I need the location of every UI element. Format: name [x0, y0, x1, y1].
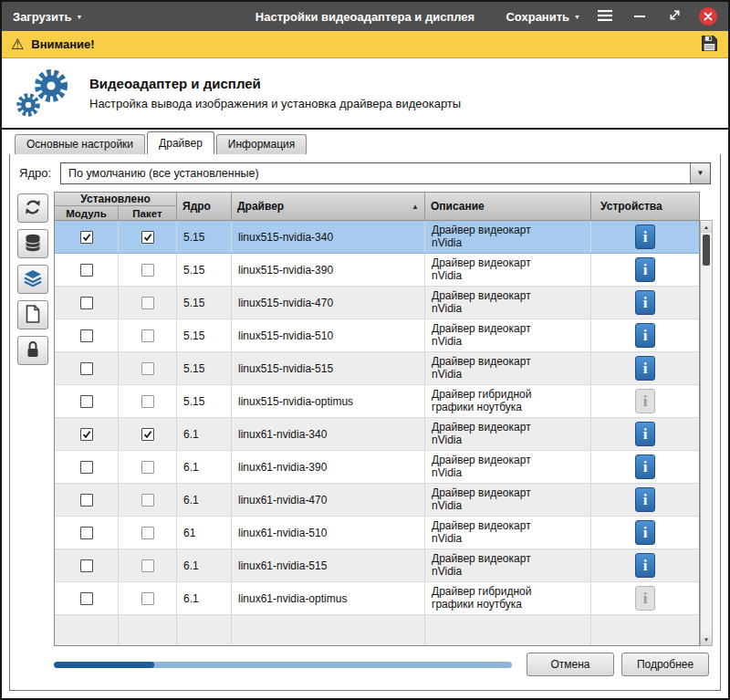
minimize-button[interactable]	[630, 6, 650, 26]
header-devices[interactable]: Устройства	[591, 193, 699, 220]
database-button[interactable]	[17, 229, 48, 258]
tab-driver[interactable]: Драйвер	[147, 131, 214, 154]
device-info-button[interactable]: i	[635, 520, 655, 545]
driver-description: Драйвер видеокартnVidia	[425, 451, 591, 483]
lock-button[interactable]	[17, 336, 48, 365]
log-button[interactable]	[17, 300, 48, 329]
save-settings-button[interactable]	[700, 34, 719, 56]
table-row[interactable]: 6.1linux61-nvidia-optimusДрайвер гибридн…	[55, 582, 699, 615]
module-checkbox[interactable]	[80, 297, 93, 309]
kernel-cell: 5.15	[177, 385, 232, 417]
save-button-label: Сохранить	[506, 10, 569, 24]
driver-description: Драйвер видеокартnVidia	[425, 287, 591, 319]
kernel-combobox[interactable]: По умолчанию (все установленные) ▼	[60, 162, 711, 184]
module-checkbox[interactable]	[80, 362, 93, 375]
kernel-cell: 6.1	[177, 451, 232, 483]
package-checkbox[interactable]	[141, 264, 154, 277]
module-cell	[55, 254, 119, 286]
close-button[interactable]	[699, 7, 717, 26]
table-row[interactable]: 5.15linux515-nvidia-390Драйвер видеокарт…	[55, 254, 699, 287]
menu-button[interactable]	[595, 6, 615, 26]
devices-cell: i	[591, 484, 699, 516]
module-checkbox[interactable]	[80, 494, 93, 507]
driver-description: Драйвер видеокартnVidia	[425, 352, 591, 384]
package-cell	[119, 319, 177, 351]
load-button[interactable]: Загрузить ▼	[13, 10, 82, 24]
package-checkbox[interactable]	[141, 461, 154, 474]
table-row[interactable]: 5.15linux515-nvidia-optimusДрайвер гибри…	[55, 385, 699, 418]
table-row[interactable]: 6.1linux61-nvidia-390Драйвер видеокартnV…	[55, 451, 699, 484]
module-checkbox[interactable]	[80, 559, 93, 572]
header-package[interactable]: Пакет	[119, 206, 177, 220]
kernel-combobox-arrow[interactable]: ▼	[690, 163, 710, 183]
module-checkbox[interactable]	[80, 231, 93, 244]
module-checkbox[interactable]	[80, 329, 93, 342]
refresh-button[interactable]	[17, 193, 48, 223]
maximize-button[interactable]	[664, 6, 684, 26]
package-checkbox[interactable]	[141, 559, 154, 572]
device-info-button: i	[635, 586, 655, 611]
table-row[interactable]: 5.15linux515-nvidia-515Драйвер видеокарт…	[55, 352, 699, 385]
table-row[interactable]: 61linux61-nvidia-510Драйвер видеокартnVi…	[55, 517, 699, 549]
devices-cell: i	[591, 418, 699, 450]
driver-description: Драйвер гибриднойграфики ноутбука	[425, 582, 591, 614]
device-info-button: i	[635, 389, 655, 413]
header-installed[interactable]: Установлено	[55, 193, 177, 206]
module-checkbox[interactable]	[80, 395, 93, 408]
package-checkbox[interactable]	[141, 494, 154, 507]
page-title: Видеоадаптер и дисплей	[89, 76, 461, 91]
package-checkbox[interactable]	[141, 592, 154, 605]
device-info-button[interactable]: i	[635, 553, 655, 578]
table-row[interactable]: 5.15linux515-nvidia-340Драйвер видеокарт…	[55, 221, 699, 254]
header-description[interactable]: Описание	[425, 193, 591, 220]
table-row[interactable]: 6.1linux61-nvidia-340Драйвер видеокартnV…	[55, 418, 699, 451]
module-checkbox[interactable]	[80, 264, 93, 277]
header-module[interactable]: Модуль	[55, 206, 119, 220]
device-info-button[interactable]: i	[635, 257, 655, 282]
package-checkbox[interactable]	[141, 428, 154, 441]
device-info-button[interactable]: i	[635, 487, 655, 512]
table-row[interactable]: 5.15linux515-nvidia-510Драйвер видеокарт…	[55, 319, 699, 352]
vertical-scrollbar[interactable]: ▲ ▼	[700, 220, 713, 646]
scroll-thumb[interactable]	[703, 235, 710, 266]
kernel-combobox-value: По умолчанию (все установленные)	[61, 163, 690, 183]
header-driver[interactable]: Драйвер ▲	[232, 193, 425, 220]
module-checkbox[interactable]	[80, 461, 93, 474]
cancel-button[interactable]: Отмена	[527, 653, 614, 676]
tab-basic-settings[interactable]: Основные настройки	[15, 134, 145, 154]
sort-asc-icon: ▲	[412, 203, 419, 211]
device-info-button[interactable]: i	[635, 422, 655, 446]
package-checkbox[interactable]	[141, 329, 154, 342]
module-checkbox[interactable]	[80, 592, 93, 605]
driver-name: linux61-nvidia-470	[232, 484, 425, 516]
package-checkbox[interactable]	[141, 362, 154, 375]
module-checkbox[interactable]	[80, 527, 93, 539]
scroll-track[interactable]	[701, 233, 712, 633]
package-checkbox[interactable]	[141, 527, 154, 539]
scroll-up-button[interactable]: ▲	[701, 221, 712, 233]
details-button[interactable]: Подробнее	[621, 653, 709, 676]
device-info-button[interactable]: i	[635, 290, 655, 315]
table-row[interactable]: 6.1linux61-nvidia-515Драйвер видеокартnV…	[55, 549, 699, 582]
scroll-down-button[interactable]: ▼	[701, 633, 712, 645]
caret-down-icon: ▼	[574, 14, 580, 20]
package-checkbox[interactable]	[141, 395, 154, 408]
package-checkbox[interactable]	[141, 231, 154, 244]
save-button[interactable]: Сохранить ▼	[506, 10, 580, 24]
device-info-button[interactable]: i	[635, 454, 655, 479]
module-checkbox[interactable]	[80, 428, 93, 441]
warning-bar: ⚠ Внимание!	[2, 31, 728, 58]
table-row[interactable]: 5.15linux515-nvidia-470Драйвер видеокарт…	[55, 287, 699, 319]
devices-cell: i	[591, 352, 699, 384]
module-cell	[55, 352, 119, 384]
kernel-cell: 5.15	[177, 221, 232, 253]
module-cell	[55, 582, 119, 614]
header-kernel[interactable]: Ядро	[177, 193, 232, 220]
device-info-button[interactable]: i	[635, 225, 655, 249]
package-checkbox[interactable]	[141, 297, 154, 309]
device-info-button[interactable]: i	[635, 356, 655, 381]
drivers-button[interactable]	[17, 265, 48, 294]
device-info-button[interactable]: i	[635, 323, 655, 348]
tab-information[interactable]: Информация	[216, 134, 307, 154]
table-row[interactable]: 6.1linux61-nvidia-470Драйвер видеокартnV…	[55, 484, 699, 517]
